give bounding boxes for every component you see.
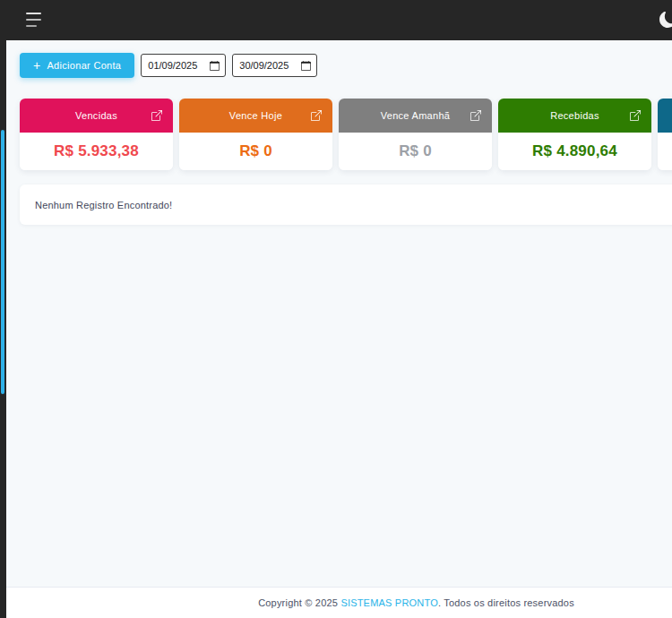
card-body: R$ 5.933,38 [20,133,173,170]
card-body: R$ 4.890,64 [498,133,651,170]
empty-records-message: Nenhum Registro Encontrado! [35,200,172,210]
topbar [0,0,672,40]
hamburger-line [26,25,37,27]
card-value: R$ 0 [239,142,272,160]
card-value: R$ 0 [399,142,432,160]
add-account-button-label: Adicionar Conta [47,60,121,71]
summary-card: Recebidas R$ 4.890,64 [498,99,651,170]
card-body: R$ 0 [339,133,492,170]
date-to-input[interactable]: 30/09/2025 [232,54,317,77]
summary-cards-row: Vencidas R$ 5.933,38 Vence Hoje R$ 0 [20,99,672,170]
card-value: R$ 5.933,38 [54,142,139,160]
summary-card [658,99,672,170]
summary-card: Vence Hoje R$ 0 [179,99,332,170]
toolbar: + Adicionar Conta 01/09/2025 30/09/2025 [20,53,317,78]
footer: Copyright © 2025 SISTEMAS PRONTO. Todos … [6,587,672,618]
footer-copyright: Copyright © 2025 SISTEMAS PRONTO. Todos … [258,597,574,608]
collapsed-sidebar-strip [0,0,6,618]
card-value: R$ 4.890,64 [532,142,617,160]
card-label: Vence Hoje [229,110,282,121]
moon-icon[interactable] [659,12,672,28]
external-link-icon[interactable] [630,110,641,121]
empty-records-panel: Nenhum Registro Encontrado! [20,185,672,225]
hamburger-menu-icon[interactable] [26,13,41,27]
external-link-icon[interactable] [470,110,481,121]
calendar-icon [210,61,220,71]
hamburger-line [26,19,41,21]
summary-card: Vence Amanhã R$ 0 [339,99,492,170]
card-body [658,133,672,170]
card-header[interactable]: Vence Amanhã [339,99,492,133]
add-account-button[interactable]: + Adicionar Conta [20,53,134,78]
card-label: Vence Amanhã [381,110,451,121]
calendar-icon [301,61,311,71]
card-label: Vencidas [75,110,117,121]
card-header[interactable]: Recebidas [498,99,651,133]
external-link-icon[interactable] [151,110,162,121]
card-header[interactable]: Vence Hoje [179,99,332,133]
external-link-icon[interactable] [311,110,322,121]
copyright-prefix: Copyright © 2025 [258,597,338,608]
page: + Adicionar Conta 01/09/2025 30/09/2025 … [0,0,672,618]
date-to-value: 30/09/2025 [239,60,289,71]
brand-link[interactable]: SISTEMAS PRONTO [340,597,438,608]
date-from-value: 01/09/2025 [148,60,197,71]
card-body: R$ 0 [179,133,332,170]
card-header[interactable] [658,99,672,133]
date-from-input[interactable]: 01/09/2025 [141,54,226,77]
summary-card: Vencidas R$ 5.933,38 [20,99,173,170]
sidebar-scrollbar-thumb[interactable] [1,130,4,394]
card-label: Recebidas [550,110,599,121]
hamburger-line [26,13,41,14]
card-header[interactable]: Vencidas [20,99,173,133]
copyright-suffix: . Todos os direitos reservados [438,597,574,608]
plus-icon: + [33,59,40,72]
